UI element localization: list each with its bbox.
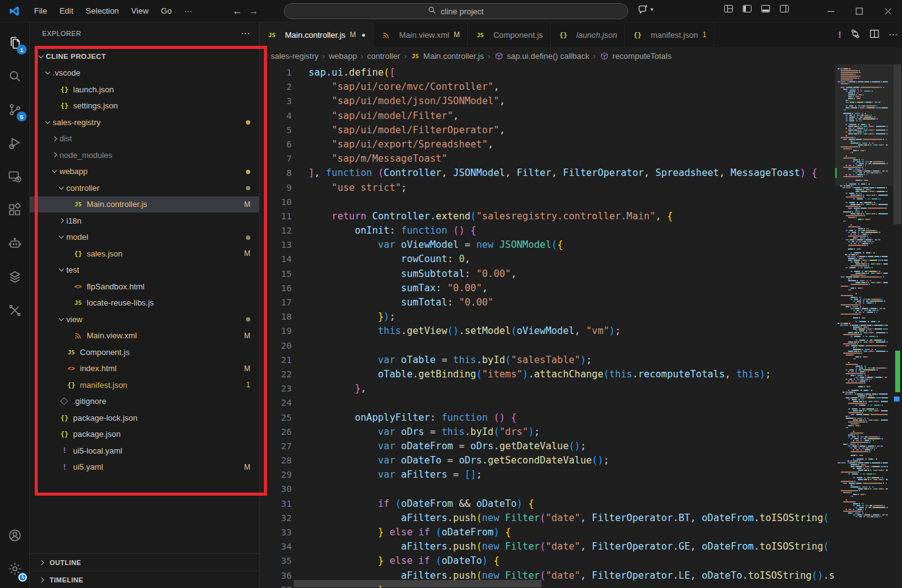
- tree-item--gitignore[interactable]: .gitignore: [30, 393, 259, 410]
- tab-component-js[interactable]: JSComponent.js: [468, 22, 551, 47]
- tree-item-dist[interactable]: dist: [30, 131, 259, 147]
- tree-item-label: package-lock.json: [73, 413, 138, 423]
- activity-explorer-icon[interactable]: 1: [0, 26, 30, 59]
- tree-item-label: Main.controller.js: [87, 200, 147, 209]
- line-number: 32: [260, 511, 292, 525]
- minimize-button[interactable]: [817, 0, 845, 22]
- open-changes-icon[interactable]: [850, 29, 860, 42]
- activity-ui5-tooling-icon[interactable]: [0, 260, 30, 294]
- toggle-secondary-sidebar-icon[interactable]: [779, 4, 789, 15]
- tab-manifest-json[interactable]: {}manifest.json1: [625, 22, 714, 47]
- breadcrumb-item[interactable]: controller: [367, 51, 400, 61]
- activity-settings-icon[interactable]: [0, 552, 30, 586]
- line-number: 24: [260, 396, 292, 410]
- toggle-primary-sidebar-icon[interactable]: [742, 4, 752, 15]
- line-number: 23: [260, 382, 292, 396]
- tree-item-label: index.html: [80, 364, 116, 373]
- tree-item-main-view-xml[interactable]: Main.view.xmlM: [30, 328, 259, 344]
- activity-cline-icon[interactable]: [0, 227, 30, 260]
- activity-run-and-debug-icon[interactable]: [0, 126, 30, 160]
- tab-label: Component.js: [493, 30, 543, 40]
- tree-item-i18n[interactable]: i18n: [30, 213, 259, 229]
- line-number: 29: [260, 468, 292, 482]
- minimap[interactable]: [835, 64, 893, 588]
- breadcrumb-item[interactable]: webapp: [329, 51, 357, 61]
- code-editor[interactable]: 1sap.ui.define([2 "sap/ui/core/mvc/Contr…: [260, 64, 902, 588]
- breadcrumb-item[interactable]: sap.ui.define() callback: [494, 51, 589, 61]
- command-center-search[interactable]: cline project: [284, 3, 628, 19]
- back-button[interactable]: ←: [232, 6, 242, 17]
- code-line: 19 this.getView().setModel(oViewModel, "…: [260, 324, 835, 338]
- tab-main-view-xml[interactable]: Main.view.xmlM: [374, 22, 468, 47]
- breadcrumb-item[interactable]: JSMain.controller.js: [410, 51, 484, 61]
- extension-warning-icon[interactable]: !: [838, 29, 841, 40]
- timeline-section-header[interactable]: TIMELINE: [30, 571, 259, 588]
- dirty-dot-icon[interactable]: ●: [362, 31, 366, 38]
- copilot-icon[interactable]: ▾: [638, 4, 654, 14]
- breadcrumb-item[interactable]: recomputeTotals: [600, 51, 672, 61]
- tree-item-view[interactable]: view: [30, 311, 259, 328]
- maximize-button[interactable]: [845, 0, 874, 22]
- tab-main-controller-js[interactable]: JSMain.controller.jsM●: [260, 22, 374, 47]
- activity-accounts-icon[interactable]: [0, 519, 30, 552]
- tree-item-controller[interactable]: controller: [30, 180, 259, 196]
- more-actions-icon[interactable]: ⋯: [888, 29, 898, 40]
- tree-item-launch-json[interactable]: {}launch.json: [30, 81, 259, 98]
- split-editor-icon[interactable]: [869, 29, 880, 42]
- tree-item-component-js[interactable]: JSComponent.js: [30, 344, 259, 361]
- horizontal-scrollbar[interactable]: [294, 580, 541, 587]
- tree-item-settings-json[interactable]: {}settings.json: [30, 98, 259, 115]
- tree-item--vscode[interactable]: .vscode: [30, 65, 259, 82]
- tree-item-locate-reuse-libs-js[interactable]: JSlocate-reuse-libs.js: [30, 295, 259, 312]
- line-number: 15: [260, 267, 292, 281]
- tab-launch-json[interactable]: {}launch.json: [551, 22, 625, 47]
- tree-item-ui5-local-yaml[interactable]: !ui5-local.yaml: [30, 442, 259, 459]
- tree-item-manifest-json[interactable]: {}manifest.json1: [30, 377, 259, 393]
- customize-layout-icon[interactable]: [724, 4, 733, 15]
- tree-item-test[interactable]: test: [30, 262, 259, 279]
- vertical-scrollbar[interactable]: [893, 64, 901, 224]
- activity-extensions-icon[interactable]: [0, 193, 30, 227]
- menu-more[interactable]: ···: [178, 4, 198, 18]
- activity-badge: 1: [17, 45, 27, 55]
- activity-remote-explorer-icon[interactable]: [0, 160, 30, 193]
- minimap-viewport[interactable]: [835, 64, 893, 186]
- tree-item-ui5-yaml[interactable]: !ui5.yamlM: [30, 459, 259, 476]
- forward-button[interactable]: →: [248, 6, 258, 17]
- json-file-icon: {}: [59, 430, 69, 438]
- breadcrumb-label: sales-registry: [271, 51, 318, 61]
- activity-source-control-icon[interactable]: 5: [0, 93, 30, 126]
- menu-edit[interactable]: Edit: [54, 4, 79, 18]
- tree-item-main-controller-js[interactable]: JSMain.controller.jsM: [30, 196, 259, 213]
- line-number: 8: [260, 166, 292, 180]
- git-status-badge: 1: [246, 380, 250, 389]
- tree-item-index-html[interactable]: <>index.htmlM: [30, 361, 259, 377]
- close-button[interactable]: [874, 0, 902, 22]
- tree-item-model[interactable]: model: [30, 229, 259, 246]
- breadcrumb-label: webapp: [329, 51, 357, 61]
- menu-view[interactable]: View: [126, 4, 154, 18]
- code-line: 11 return Controller.extend("salesregist…: [260, 209, 835, 224]
- menu-selection[interactable]: Selection: [80, 4, 124, 18]
- outline-section-header[interactable]: OUTLINE: [30, 553, 259, 571]
- tree-item-label: CLINE PROJECT: [46, 53, 106, 60]
- line-number: 7: [260, 152, 292, 166]
- toggle-panel-icon[interactable]: [761, 4, 771, 15]
- menu-file[interactable]: File: [28, 4, 53, 18]
- activity-search-icon[interactable]: [0, 59, 30, 93]
- tree-item-package-lock-json[interactable]: {}package-lock.json: [30, 410, 259, 426]
- tree-item-node-modules[interactable]: node_modules: [30, 147, 259, 164]
- breadcrumb-separator-icon: ›: [592, 51, 597, 61]
- tree-root-cline-project[interactable]: CLINE PROJECT: [30, 48, 259, 65]
- tree-item-flpsandbox-html[interactable]: <>flpSandbox.html: [30, 278, 259, 295]
- tree-item-package-json[interactable]: {}package.json: [30, 426, 259, 443]
- chevron-down-icon: [38, 53, 43, 58]
- explorer-more-actions-icon[interactable]: ⋯: [241, 28, 250, 39]
- tree-item-webapp[interactable]: webapp: [30, 164, 259, 180]
- tree-item-sales-json[interactable]: {}sales.jsonM: [30, 245, 259, 262]
- tree-item-sales-registry[interactable]: sales-registry: [30, 114, 259, 131]
- tab-label: manifest.json: [650, 30, 698, 40]
- menu-go[interactable]: Go: [155, 4, 177, 18]
- breadcrumb-item[interactable]: sales-registry: [271, 51, 318, 61]
- activity-tools-icon[interactable]: [0, 294, 30, 327]
